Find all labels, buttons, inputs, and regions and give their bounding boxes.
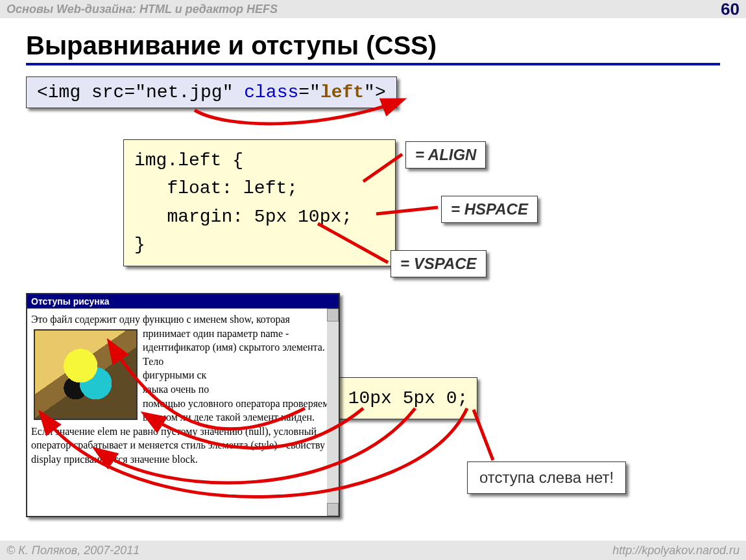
preview-titlebar: Отступы рисунка	[27, 294, 339, 309]
butterfly-image	[34, 329, 138, 420]
preview-text-3: фигурными ск	[143, 369, 206, 380]
label-vspace: = VSPACE	[391, 250, 487, 277]
preview-text-4: языка очень по	[143, 384, 209, 395]
html-code-box: <img src="net.jpg" class="left">	[26, 76, 397, 108]
header-bar: Основы Web-дизайна: HTML и редактор HEFS…	[0, 0, 746, 18]
css-code-box: img.left { float: left; margin: 5px 10px…	[123, 139, 396, 266]
preview-window: Отступы рисунка Это файл содержит одну ф…	[26, 293, 340, 517]
label-no-left-margin: отступа слева нет!	[467, 461, 626, 494]
html-attr-value: left	[320, 82, 364, 102]
footer-left: © К. Поляков, 2007-2011	[6, 544, 139, 557]
preview-text-2: идентификатор (имя) скрытого элемента. Т…	[143, 342, 325, 367]
html-attr-name: class	[244, 82, 298, 102]
label-hspace: = HSPACE	[441, 196, 538, 223]
preview-body: Это файл содержит одну функцию с именем …	[27, 309, 339, 516]
footer-right: http://kpolyakov.narod.ru	[612, 544, 740, 557]
preview-scrollbar[interactable]	[327, 309, 339, 516]
page-number: 60	[721, 0, 740, 19]
header-title: Основы Web-дизайна: HTML и редактор HEFS	[6, 3, 278, 16]
footer-bar: © К. Поляков, 2007-2011 http://kpolyakov…	[0, 541, 746, 560]
html-code-suffix: ">	[364, 82, 386, 102]
label-align: = ALIGN	[405, 141, 486, 169]
html-code-prefix: <img src="net.jpg"	[37, 82, 244, 102]
html-eq: ="	[298, 82, 320, 102]
slide-title: Выравнивание и отступы (CSS)	[26, 31, 720, 65]
